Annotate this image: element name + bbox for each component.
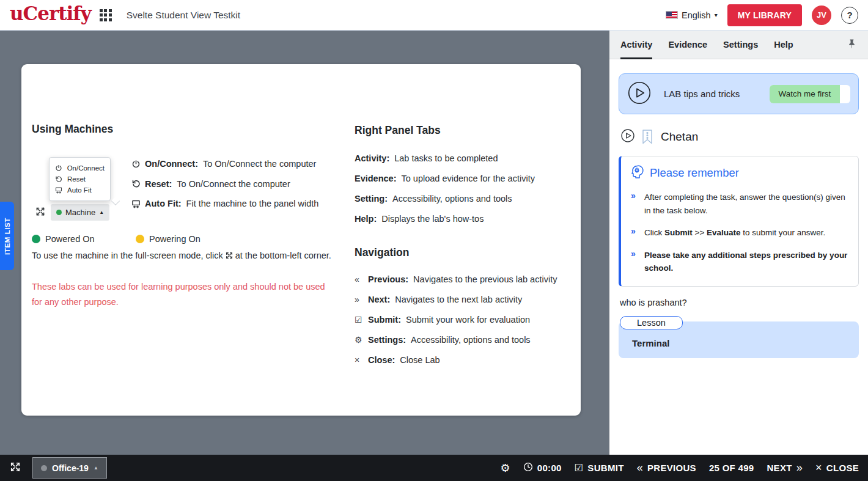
fullscreen-icon[interactable] bbox=[9, 461, 21, 475]
ucertify-logo: uCertify bbox=[10, 4, 91, 23]
popup-tail bbox=[111, 197, 120, 205]
apps-grid-icon[interactable] bbox=[100, 9, 112, 21]
item-list-tab[interactable]: ITEM LIST bbox=[0, 202, 14, 270]
item-list-label: ITEM LIST bbox=[4, 218, 11, 255]
legend-row: Auto Fit: Fit the machine to the panel w… bbox=[131, 199, 318, 208]
course-title: Svelte Student View Testkit bbox=[127, 10, 240, 21]
submit-button[interactable]: ☑ SUBMIT bbox=[575, 462, 624, 474]
submit-checkbox-icon: ☑ bbox=[575, 462, 584, 474]
tab-evidence[interactable]: Evidence bbox=[668, 31, 707, 59]
info-row: Setting: Accessibility, options and tool… bbox=[355, 194, 535, 204]
gear-icon: ⚙ bbox=[500, 461, 510, 475]
machine-selector-button[interactable]: Office-19 ▲ bbox=[32, 457, 107, 479]
autofit-icon bbox=[55, 186, 63, 194]
usage-warning-text: These labs can be used for learning purp… bbox=[32, 279, 331, 310]
info-row: » Next: Navigates to the next lab activi… bbox=[355, 295, 557, 304]
machine-menu-popup: On/Connect Reset Auto Fit bbox=[49, 157, 111, 201]
reset-icon bbox=[55, 175, 63, 183]
green-dot-icon bbox=[32, 235, 40, 243]
help-content-card: Using Machines On/Connect Reset Auto Fit bbox=[21, 64, 581, 416]
top-header: uCertify Svelte Student View Testkit Eng… bbox=[0, 0, 868, 31]
machine-button-label: Machine bbox=[65, 208, 95, 217]
lab-main-area: ITEM LIST Using Machines On/Connect Rese… bbox=[0, 31, 609, 455]
next-button[interactable]: NEXT » bbox=[767, 461, 803, 474]
power-icon bbox=[131, 160, 145, 169]
tab-help[interactable]: Help bbox=[774, 31, 793, 59]
remember-item: » After completing the task, answer the … bbox=[630, 191, 850, 217]
tab-settings[interactable]: Settings bbox=[723, 31, 758, 59]
answer-section: Lesson Terminal bbox=[619, 316, 859, 358]
status-powering-on: Powering On bbox=[136, 234, 240, 244]
activity-item-row: Chetan bbox=[619, 128, 859, 145]
chevron-double-left-icon: « bbox=[355, 274, 368, 284]
lab-tips-label: LAB tips and tricks bbox=[664, 89, 740, 99]
info-row: ⚙ Settings: Accessibility, options and t… bbox=[355, 335, 557, 345]
navigation-list: « Previous: Navigates to the previous la… bbox=[355, 274, 557, 365]
info-row: Help: Displays the lab's how-tos bbox=[355, 214, 535, 224]
menu-item-label: On/Connect bbox=[67, 164, 105, 172]
remember-item: » Please take any additional steps presc… bbox=[630, 249, 850, 275]
fullscreen-note: To use the machine in the full-screen mo… bbox=[32, 248, 337, 265]
caret-up-icon: ▲ bbox=[94, 465, 98, 471]
activity-tab-content: LAB tips and tricks Watch me first Cheta… bbox=[609, 59, 868, 358]
remember-item: » Click Submit >> Evaluate to submit you… bbox=[630, 226, 850, 240]
legend-row: On/Connect: To On/Connect the computer bbox=[131, 159, 318, 169]
yellow-dot-icon bbox=[136, 235, 144, 243]
navigation-heading: Navigation bbox=[355, 246, 409, 259]
caret-up-icon: ▲ bbox=[99, 210, 104, 215]
bottom-toolbar: Office-19 ▲ ⚙ 00:00 ☑ SUBMIT « PREVIOUS … bbox=[0, 455, 868, 481]
us-flag-icon bbox=[666, 11, 678, 19]
fullscreen-icon[interactable] bbox=[35, 206, 46, 219]
user-avatar[interactable]: JV bbox=[812, 6, 831, 25]
chevron-double-right-icon: » bbox=[796, 461, 803, 474]
chevron-double-left-icon: « bbox=[637, 461, 643, 474]
tab-activity[interactable]: Activity bbox=[620, 31, 652, 59]
info-row: « Previous: Navigates to the previous la… bbox=[355, 274, 557, 284]
right-panel-tabs-heading: Right Panel Tabs bbox=[355, 124, 441, 137]
status-powered-on: Powered On bbox=[32, 234, 136, 244]
lab-tips-card: LAB tips and tricks Watch me first bbox=[619, 73, 859, 114]
machine-legend: On/Connect: To On/Connect the computer R… bbox=[131, 159, 318, 208]
info-row: × Close: Close Lab bbox=[355, 355, 557, 365]
lab-timer: 00:00 bbox=[523, 462, 562, 474]
watch-me-first-badge[interactable]: Watch me first bbox=[770, 85, 850, 103]
language-selector[interactable]: English ▾ bbox=[666, 10, 718, 20]
please-remember-card: Please remember » After completing the t… bbox=[619, 156, 859, 287]
play-icon[interactable] bbox=[627, 81, 652, 108]
menu-item-reset[interactable]: Reset bbox=[55, 174, 105, 185]
machine-status-dot bbox=[56, 210, 62, 215]
caret-down-icon: ▾ bbox=[715, 12, 718, 18]
my-library-button[interactable]: MY LIBRARY bbox=[727, 4, 802, 26]
submit-checkbox-icon: ☑ bbox=[355, 315, 368, 325]
machine-name-label: Office-19 bbox=[52, 463, 89, 473]
please-remember-title: Please remember bbox=[650, 166, 739, 180]
bookmark-icon[interactable] bbox=[642, 130, 652, 144]
menu-item-on-connect[interactable]: On/Connect bbox=[55, 163, 105, 174]
chevron-double-right-icon: » bbox=[630, 226, 644, 240]
clock-icon bbox=[523, 462, 533, 474]
close-button[interactable]: × CLOSE bbox=[815, 461, 859, 474]
info-row: ☑ Submit: Submit your work for evaluatio… bbox=[355, 315, 557, 325]
using-machines-heading: Using Machines bbox=[32, 123, 113, 136]
help-icon[interactable]: ? bbox=[841, 7, 858, 24]
activity-counter: 25 OF 499 bbox=[709, 463, 754, 473]
language-label: English bbox=[682, 10, 711, 20]
right-panel-tabbar: Activity Evidence Settings Help bbox=[609, 31, 868, 59]
fullscreen-icon bbox=[225, 249, 234, 265]
answer-text: Terminal bbox=[632, 338, 845, 348]
info-row: Activity: Lab tasks to be completed bbox=[355, 153, 535, 163]
machine-dropdown-button[interactable]: Machine ▲ bbox=[51, 204, 109, 221]
menu-item-auto-fit[interactable]: Auto Fit bbox=[55, 185, 105, 196]
pin-icon[interactable] bbox=[847, 39, 857, 51]
previous-button[interactable]: « PREVIOUS bbox=[637, 461, 696, 474]
info-row: Evidence: To upload evidence for the act… bbox=[355, 174, 535, 183]
task-question-text: who is prashant? bbox=[619, 298, 859, 307]
play-icon[interactable] bbox=[620, 128, 635, 145]
close-icon: × bbox=[355, 355, 368, 365]
autofit-icon bbox=[131, 199, 145, 208]
lesson-tab[interactable]: Lesson bbox=[620, 316, 683, 329]
reset-icon bbox=[131, 179, 145, 188]
right-panel: Activity Evidence Settings Help LAB tips… bbox=[609, 31, 868, 455]
machine-status-dot bbox=[41, 465, 47, 471]
settings-button[interactable]: ⚙ bbox=[500, 461, 510, 475]
